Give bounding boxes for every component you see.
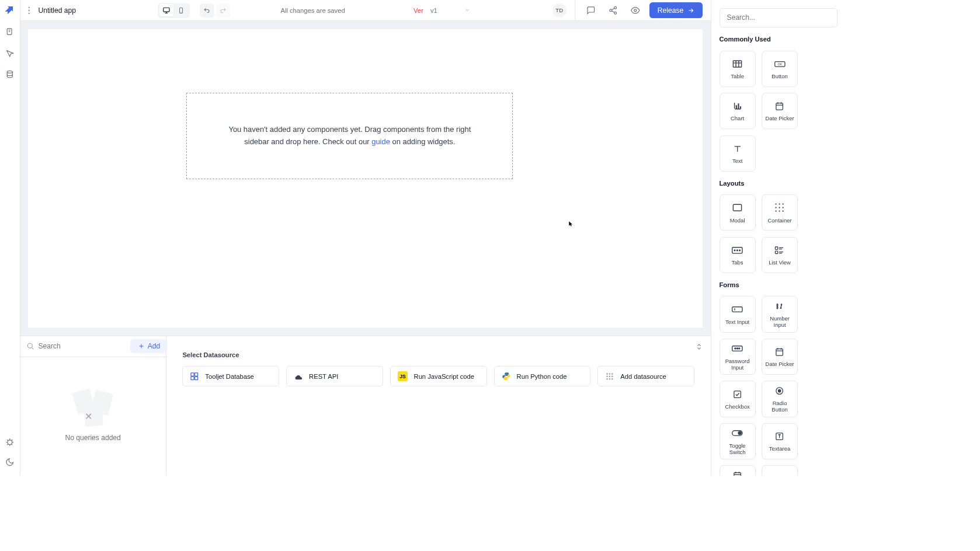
component-range-picker[interactable]: Range Picker bbox=[720, 465, 756, 475]
database-icon[interactable] bbox=[2, 67, 18, 83]
mobile-view-button[interactable] bbox=[174, 4, 188, 16]
logo-icon[interactable] bbox=[4, 4, 15, 15]
add-datasource-button[interactable]: Add datasource bbox=[597, 366, 694, 386]
cloud-icon bbox=[294, 372, 303, 381]
component-date-picker-form[interactable]: Date Picker bbox=[762, 339, 798, 375]
preview-icon[interactable] bbox=[627, 2, 644, 19]
mouse-cursor-icon bbox=[568, 221, 574, 226]
canvas-inner[interactable]: You haven't added any components yet. Dr… bbox=[28, 29, 703, 327]
password-input-icon bbox=[731, 343, 743, 355]
component-password-input[interactable]: Password Input bbox=[720, 339, 756, 375]
component-radio-button[interactable]: Radio Button bbox=[762, 381, 798, 417]
svg-rect-29 bbox=[776, 103, 783, 110]
component-dropdown[interactable]: Dropdown bbox=[762, 465, 798, 475]
datasource-title: Select Datasource bbox=[182, 351, 694, 358]
checkbox-icon bbox=[732, 388, 742, 400]
section-commonly-used: Commonly Used bbox=[720, 36, 838, 43]
svg-point-5 bbox=[29, 12, 30, 14]
svg-point-1 bbox=[7, 71, 12, 73]
release-button[interactable]: Release bbox=[649, 2, 703, 19]
version-value: v1 bbox=[430, 7, 437, 14]
svg-point-20 bbox=[607, 375, 609, 377]
dropdown-icon bbox=[774, 473, 786, 476]
svg-rect-44 bbox=[776, 247, 778, 249]
component-textarea[interactable]: Textarea bbox=[762, 423, 798, 459]
avatar[interactable]: TD bbox=[552, 4, 567, 18]
svg-point-31 bbox=[776, 204, 777, 205]
svg-point-43 bbox=[739, 250, 741, 251]
component-container[interactable]: Container bbox=[762, 194, 798, 231]
svg-point-12 bbox=[27, 344, 32, 348]
query-search[interactable] bbox=[26, 342, 127, 350]
component-table[interactable]: Table bbox=[720, 51, 756, 87]
app-menu-icon[interactable] bbox=[28, 6, 30, 15]
text-input-icon bbox=[731, 304, 743, 316]
datasource-selector: Select Datasource Tooljet Database bbox=[166, 336, 711, 476]
version-label[interactable]: Ver bbox=[405, 7, 423, 14]
svg-point-35 bbox=[779, 207, 780, 208]
svg-point-38 bbox=[779, 211, 780, 212]
svg-point-56 bbox=[738, 431, 741, 434]
query-search-input[interactable] bbox=[39, 342, 127, 350]
desktop-view-button[interactable] bbox=[159, 4, 173, 16]
collapse-panel-icon[interactable] bbox=[696, 343, 703, 350]
svg-point-48 bbox=[735, 348, 736, 349]
component-search[interactable] bbox=[720, 8, 838, 27]
svg-point-54 bbox=[779, 389, 781, 392]
component-chart[interactable]: Chart bbox=[720, 93, 756, 129]
datasource-tooljet-db[interactable]: Tooljet Database bbox=[182, 366, 279, 386]
component-tabs[interactable]: Tabs bbox=[720, 237, 756, 273]
component-toggle-switch[interactable]: Toggle Switch bbox=[720, 423, 756, 459]
component-text-input[interactable]: Text Input bbox=[720, 296, 756, 332]
share-icon[interactable] bbox=[605, 2, 621, 19]
radio-icon bbox=[774, 385, 784, 397]
component-list-view[interactable]: List View bbox=[762, 237, 798, 273]
svg-rect-26 bbox=[733, 61, 741, 67]
theme-icon[interactable] bbox=[2, 454, 18, 470]
pages-icon[interactable] bbox=[2, 24, 18, 40]
js-icon: JS bbox=[398, 371, 408, 381]
version-chevron-icon[interactable] bbox=[464, 7, 470, 13]
datasource-javascript[interactable]: JS Run JavaScript code bbox=[390, 366, 487, 386]
component-number-input[interactable]: Number Input bbox=[762, 296, 798, 332]
dropzone[interactable]: You haven't added any components yet. Dr… bbox=[186, 93, 513, 179]
canvas[interactable]: You haven't added any components yet. Dr… bbox=[20, 21, 711, 335]
svg-rect-45 bbox=[776, 251, 778, 253]
toggle-icon bbox=[731, 427, 743, 440]
component-modal[interactable]: Modal bbox=[720, 194, 756, 231]
svg-rect-16 bbox=[195, 376, 198, 379]
svg-point-32 bbox=[779, 204, 780, 205]
redo-button[interactable] bbox=[216, 4, 230, 18]
undo-button[interactable] bbox=[200, 4, 214, 18]
component-text[interactable]: Text bbox=[720, 135, 756, 172]
datasource-python[interactable]: Run Python code bbox=[494, 366, 591, 386]
plus-icon bbox=[138, 343, 145, 350]
svg-point-19 bbox=[611, 373, 613, 375]
number-input-icon bbox=[774, 300, 784, 312]
component-checkbox[interactable]: Checkbox bbox=[720, 381, 756, 417]
query-panel: Add ✕ No queries added bbox=[20, 336, 711, 476]
debug-icon[interactable] bbox=[2, 434, 18, 451]
datasource-rest-api[interactable]: REST API bbox=[286, 366, 383, 386]
component-search-input[interactable] bbox=[727, 13, 830, 22]
comments-icon[interactable] bbox=[583, 2, 599, 19]
svg-point-22 bbox=[611, 375, 613, 377]
svg-point-39 bbox=[783, 211, 784, 212]
add-grid-icon bbox=[605, 372, 614, 381]
component-date-picker-common[interactable]: Date Picker bbox=[762, 93, 798, 129]
guide-link[interactable]: guide bbox=[371, 137, 390, 146]
add-query-button[interactable]: Add bbox=[130, 339, 167, 353]
svg-point-11 bbox=[634, 9, 637, 12]
svg-rect-52 bbox=[734, 390, 741, 397]
inspect-icon[interactable] bbox=[2, 46, 18, 62]
svg-point-17 bbox=[607, 373, 609, 375]
range-picker-icon bbox=[732, 469, 742, 476]
svg-point-41 bbox=[734, 250, 735, 251]
svg-point-24 bbox=[609, 378, 611, 380]
component-button[interactable]: OK Button bbox=[762, 51, 798, 87]
svg-rect-6 bbox=[163, 8, 169, 12]
button-icon: OK bbox=[774, 58, 786, 70]
svg-point-34 bbox=[776, 207, 777, 208]
app-name[interactable]: Untitled app bbox=[39, 6, 76, 15]
calendar-icon bbox=[774, 346, 784, 358]
